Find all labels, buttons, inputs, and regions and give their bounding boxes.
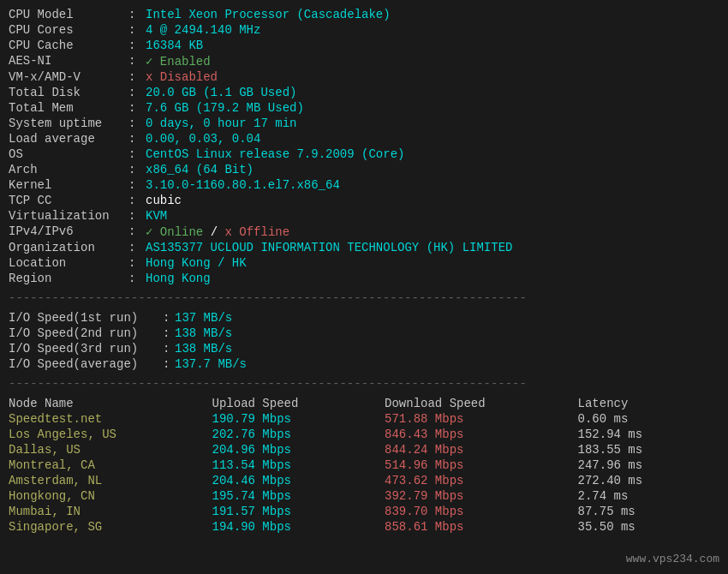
table-row: Dallas, US 204.96 Mbps 844.24 Mbps 183.5… bbox=[9, 442, 719, 457]
node-speedtest: Speedtest.net bbox=[9, 411, 212, 427]
download-hongkong: 392.79 Mbps bbox=[385, 488, 578, 504]
node-montreal: Montreal, CA bbox=[9, 457, 212, 473]
arch-label: Arch bbox=[9, 162, 128, 177]
total-disk-label: Total Disk bbox=[9, 85, 128, 100]
table-row: TCP CC : cubic bbox=[9, 193, 719, 208]
io-3rd-label: I/O Speed(3rd run) bbox=[9, 341, 163, 356]
table-row: Total Mem : 7.6 GB (179.2 MB Used) bbox=[9, 100, 719, 116]
divider-1: ----------------------------------------… bbox=[9, 291, 719, 305]
io-2nd-value: 138 MB/s bbox=[175, 326, 719, 341]
total-mem-value: 7.6 GB (179.2 MB Used) bbox=[146, 100, 719, 116]
upload-dallas: 204.96 Mbps bbox=[212, 442, 385, 457]
latency-dallas: 183.55 ms bbox=[578, 442, 719, 457]
table-row: IPv4/IPv6 : ✓ Online / x Offline bbox=[9, 224, 719, 240]
cpu-cache-label: CPU Cache bbox=[9, 38, 128, 53]
download-montreal: 514.96 Mbps bbox=[385, 457, 578, 473]
table-row: System uptime : 0 days, 0 hour 17 min bbox=[9, 116, 719, 131]
cpu-cores-label: CPU Cores bbox=[9, 22, 128, 38]
upload-mumbai: 191.57 Mbps bbox=[212, 504, 385, 519]
latency-speedtest: 0.60 ms bbox=[578, 411, 719, 427]
ipv6-offline: x Offline bbox=[224, 225, 289, 239]
table-row: CPU Model : Intel Xeon Processor (Cascad… bbox=[9, 7, 719, 22]
table-row: Location : Hong Kong / HK bbox=[9, 255, 719, 271]
load-avg-label: Load average bbox=[9, 131, 128, 146]
vmx-label: VM-x/AMD-V bbox=[9, 69, 128, 85]
download-mumbai: 839.70 Mbps bbox=[385, 504, 578, 519]
arch-value: x86_64 (64 Bit) bbox=[146, 162, 719, 177]
latency-amsterdam: 272.40 ms bbox=[578, 473, 719, 488]
latency-mumbai: 87.75 ms bbox=[578, 504, 719, 519]
network-speed-table: Node Name Upload Speed Download Speed La… bbox=[9, 396, 719, 535]
download-dallas: 844.24 Mbps bbox=[385, 442, 578, 457]
ipv4-online: ✓ Online bbox=[146, 225, 203, 239]
aes-ni-value: ✓ Enabled bbox=[146, 53, 719, 69]
io-avg-value: 137.7 MB/s bbox=[175, 356, 719, 372]
table-row: Singapore, SG 194.90 Mbps 858.61 Mbps 35… bbox=[9, 519, 719, 535]
ipv4-ipv6-label: IPv4/IPv6 bbox=[9, 224, 128, 240]
io-1st-value: 137 MB/s bbox=[175, 310, 719, 326]
upload-montreal: 113.54 Mbps bbox=[212, 457, 385, 473]
table-row: I/O Speed(1st run) : 137 MB/s bbox=[9, 310, 719, 326]
download-la: 846.43 Mbps bbox=[385, 427, 578, 442]
cpu-model-label: CPU Model bbox=[9, 7, 128, 22]
tcp-cc-value: cubic bbox=[146, 193, 719, 208]
location-label: Location bbox=[9, 255, 128, 271]
table-row: Virtualization : KVM bbox=[9, 208, 719, 224]
tcp-cc-label: TCP CC bbox=[9, 193, 128, 208]
system-info-table: CPU Model : Intel Xeon Processor (Cascad… bbox=[9, 7, 719, 286]
table-row: Hongkong, CN 195.74 Mbps 392.79 Mbps 2.7… bbox=[9, 488, 719, 504]
table-row: I/O Speed(3rd run) : 138 MB/s bbox=[9, 341, 719, 356]
cpu-cores-value: 4 @ 2494.140 MHz bbox=[146, 22, 719, 38]
vmx-value: x Disabled bbox=[146, 69, 719, 85]
col-upload: Upload Speed bbox=[212, 396, 385, 411]
virt-label: Virtualization bbox=[9, 208, 128, 224]
table-row: VM-x/AMD-V : x Disabled bbox=[9, 69, 719, 85]
table-row: Load average : 0.00, 0.03, 0.04 bbox=[9, 131, 719, 146]
region-label: Region bbox=[9, 271, 128, 286]
load-avg-value: 0.00, 0.03, 0.04 bbox=[146, 131, 719, 146]
io-2nd-label: I/O Speed(2nd run) bbox=[9, 326, 163, 341]
table-row: Kernel : 3.10.0-1160.80.1.el7.x86_64 bbox=[9, 177, 719, 193]
table-row: Mumbai, IN 191.57 Mbps 839.70 Mbps 87.75… bbox=[9, 504, 719, 519]
download-singapore: 858.61 Mbps bbox=[385, 519, 578, 535]
col-node: Node Name bbox=[9, 396, 212, 411]
ipv4-ipv6-value: ✓ Online / x Offline bbox=[146, 224, 719, 240]
table-row: OS : CentOS Linux release 7.9.2009 (Core… bbox=[9, 146, 719, 162]
region-value: Hong Kong bbox=[146, 271, 719, 286]
ipv4-ipv6-separator: / bbox=[211, 225, 225, 239]
latency-montreal: 247.96 ms bbox=[578, 457, 719, 473]
upload-la: 202.76 Mbps bbox=[212, 427, 385, 442]
total-disk-value: 20.0 GB (1.1 GB Used) bbox=[146, 85, 719, 100]
kernel-label: Kernel bbox=[9, 177, 128, 193]
table-row: Organization : AS135377 UCLOUD INFORMATI… bbox=[9, 240, 719, 255]
kernel-value: 3.10.0-1160.80.1.el7.x86_64 bbox=[146, 177, 719, 193]
table-row: Los Angeles, US 202.76 Mbps 846.43 Mbps … bbox=[9, 427, 719, 442]
aes-ni-label: AES-NI bbox=[9, 53, 128, 69]
table-row: I/O Speed(average) : 137.7 MB/s bbox=[9, 356, 719, 372]
table-row: CPU Cores : 4 @ 2494.140 MHz bbox=[9, 22, 719, 38]
table-row: AES-NI : ✓ Enabled bbox=[9, 53, 719, 69]
io-3rd-value: 138 MB/s bbox=[175, 341, 719, 356]
io-speed-table: I/O Speed(1st run) : 137 MB/s I/O Speed(… bbox=[9, 310, 719, 372]
upload-hongkong: 195.74 Mbps bbox=[212, 488, 385, 504]
latency-la: 152.94 ms bbox=[578, 427, 719, 442]
table-row: Speedtest.net 190.79 Mbps 571.88 Mbps 0.… bbox=[9, 411, 719, 427]
download-speedtest: 571.88 Mbps bbox=[385, 411, 578, 427]
io-1st-label: I/O Speed(1st run) bbox=[9, 310, 163, 326]
col-latency: Latency bbox=[578, 396, 719, 411]
table-row: Region : Hong Kong bbox=[9, 271, 719, 286]
table-row: CPU Cache : 16384 KB bbox=[9, 38, 719, 53]
os-label: OS bbox=[9, 146, 128, 162]
org-label: Organization bbox=[9, 240, 128, 255]
node-amsterdam: Amsterdam, NL bbox=[9, 473, 212, 488]
org-value: AS135377 UCLOUD INFORMATION TECHNOLOGY (… bbox=[146, 240, 719, 255]
table-row: Total Disk : 20.0 GB (1.1 GB Used) bbox=[9, 85, 719, 100]
cpu-cache-value: 16384 KB bbox=[146, 38, 719, 53]
uptime-label: System uptime bbox=[9, 116, 128, 131]
network-header-row: Node Name Upload Speed Download Speed La… bbox=[9, 396, 719, 411]
node-singapore: Singapore, SG bbox=[9, 519, 212, 535]
io-avg-label: I/O Speed(average) bbox=[9, 356, 163, 372]
latency-hongkong: 2.74 ms bbox=[578, 488, 719, 504]
divider-2: ----------------------------------------… bbox=[9, 377, 719, 391]
location-value: Hong Kong / HK bbox=[146, 255, 719, 271]
